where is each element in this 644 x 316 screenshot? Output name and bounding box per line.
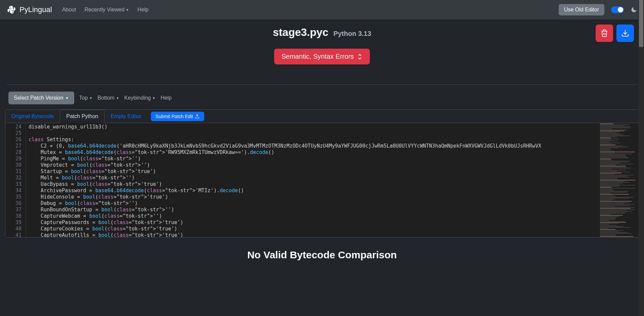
toolbar-help[interactable]: Help xyxy=(161,95,172,101)
upload-icon xyxy=(195,114,200,119)
divider xyxy=(7,85,637,85)
filename: stage3.pyc xyxy=(273,26,328,39)
brand[interactable]: PyLingual xyxy=(7,5,52,14)
tab-patch-python[interactable]: Patch Python xyxy=(60,110,104,123)
error-badge-label: Semantic, Syntax Errors xyxy=(282,53,354,60)
code-editor[interactable]: 242526272829303132333435363738394041 dis… xyxy=(5,123,639,237)
action-buttons xyxy=(596,24,634,42)
brand-text: PyLingual xyxy=(19,5,52,14)
header-section: stage3.pyc Python 3.13 Semantic, Syntax … xyxy=(0,19,644,71)
old-editor-button[interactable]: Use Old Editor xyxy=(559,4,604,15)
top-dropdown[interactable]: Top▼ xyxy=(79,95,93,101)
bottom-message: No Valid Bytecode Comparison xyxy=(0,238,644,272)
trash-icon xyxy=(600,29,608,37)
editor-toolbar: Select Patch Version▼ Top▼ Bottom▼ Keybi… xyxy=(0,92,644,104)
line-gutter: 242526272829303132333435363738394041 xyxy=(5,123,26,237)
scrollbar-thumb[interactable] xyxy=(639,0,643,47)
minimap[interactable] xyxy=(598,123,639,237)
bottom-dropdown[interactable]: Bottom▼ xyxy=(97,95,119,101)
error-badge[interactable]: Semantic, Syntax Errors xyxy=(274,49,370,64)
nav-help[interactable]: Help xyxy=(137,7,148,13)
nav-links: About Recently Viewed▼ Help xyxy=(62,7,559,13)
nav-right: Use Old Editor xyxy=(559,4,637,15)
download-button[interactable] xyxy=(616,24,634,42)
chevron-updown-icon xyxy=(357,53,362,60)
code-content[interactable]: disable_warnings_url11b3()class Settings… xyxy=(26,123,598,237)
page-scrollbar[interactable] xyxy=(638,0,644,272)
patch-version-dropdown[interactable]: Select Patch Version▼ xyxy=(8,92,74,104)
editor-container: Original Bytecode Patch Python Empty Edi… xyxy=(5,109,639,238)
submit-patch-button[interactable]: Submit Patch Edit xyxy=(151,112,204,121)
tab-empty-editor[interactable]: Empty Editor xyxy=(104,110,147,123)
python-version: Python 3.13 xyxy=(334,30,371,38)
keybinding-dropdown[interactable]: Keybinding▼ xyxy=(124,95,156,101)
nav-about[interactable]: About xyxy=(62,7,76,13)
download-icon xyxy=(621,29,629,37)
moon-icon xyxy=(631,6,637,13)
file-title: stage3.pyc Python 3.13 xyxy=(7,26,637,39)
brand-icon xyxy=(7,5,16,14)
theme-toggle[interactable] xyxy=(611,6,624,13)
nav-recent[interactable]: Recently Viewed▼ xyxy=(84,7,129,13)
navbar: PyLingual About Recently Viewed▼ Help Us… xyxy=(0,0,644,19)
tab-original-bytecode[interactable]: Original Bytecode xyxy=(5,110,60,123)
editor-tabs: Original Bytecode Patch Python Empty Edi… xyxy=(5,110,639,123)
delete-button[interactable] xyxy=(596,24,613,42)
